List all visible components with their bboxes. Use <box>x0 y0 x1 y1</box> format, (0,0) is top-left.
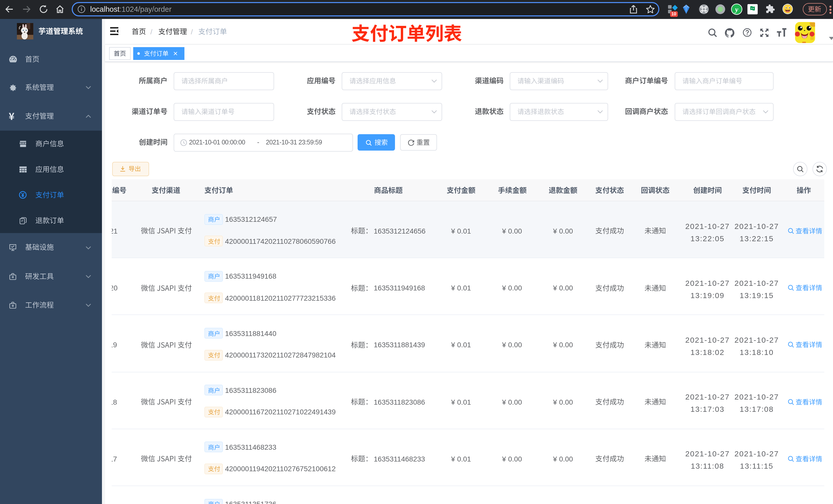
svg-text:y: y <box>734 6 738 13</box>
